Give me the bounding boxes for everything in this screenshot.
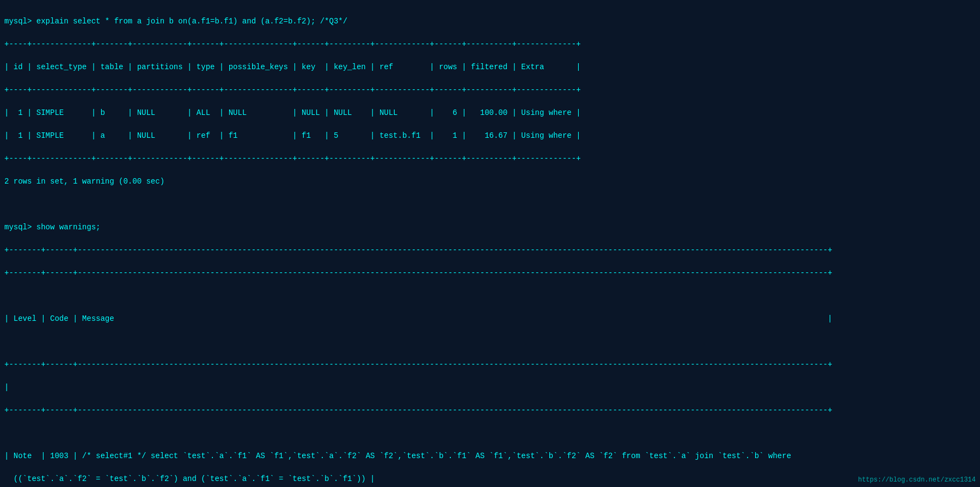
line-18: +-------+------+------------------------…	[4, 405, 976, 416]
line-10: mysql> show warnings;	[4, 222, 976, 233]
line-16: +-------+------+------------------------…	[4, 359, 976, 370]
line-15	[4, 336, 976, 348]
line-17: |	[4, 382, 976, 393]
line-7: +----+-------------+-------+------------…	[4, 153, 976, 165]
line-6: | 1 | SIMPLE | a | NULL | ref | f1 | f1 …	[4, 130, 976, 142]
line-5: | 1 | SIMPLE | b | NULL | ALL | NULL | N…	[4, 107, 976, 119]
line-20: | Note | 1003 | /* select#1 */ select `t…	[4, 451, 976, 462]
line-12: +-------+------+------------------------…	[4, 267, 976, 279]
line-2: +----+-------------+-------+------------…	[4, 39, 976, 50]
url-bar: https://blog.csdn.net/zxcc1314	[858, 475, 976, 485]
line-9	[4, 199, 976, 210]
line-14: | Level | Code | Message |	[4, 313, 976, 325]
line-1: mysql> explain select * from a join b on…	[4, 16, 976, 27]
line-21: ((`test`.`a`.`f2` = `test`.`b`.`f2`) and…	[4, 473, 976, 485]
line-19	[4, 428, 976, 439]
terminal-window: mysql> explain select * from a join b on…	[4, 4, 976, 487]
line-11: +-------+------+------------------------…	[4, 245, 976, 256]
line-4: +----+-------------+-------+------------…	[4, 84, 976, 96]
line-3: | id | select_type | table | partitions …	[4, 62, 976, 73]
line-13	[4, 290, 976, 302]
line-8: 2 rows in set, 1 warning (0.00 sec)	[4, 176, 976, 187]
